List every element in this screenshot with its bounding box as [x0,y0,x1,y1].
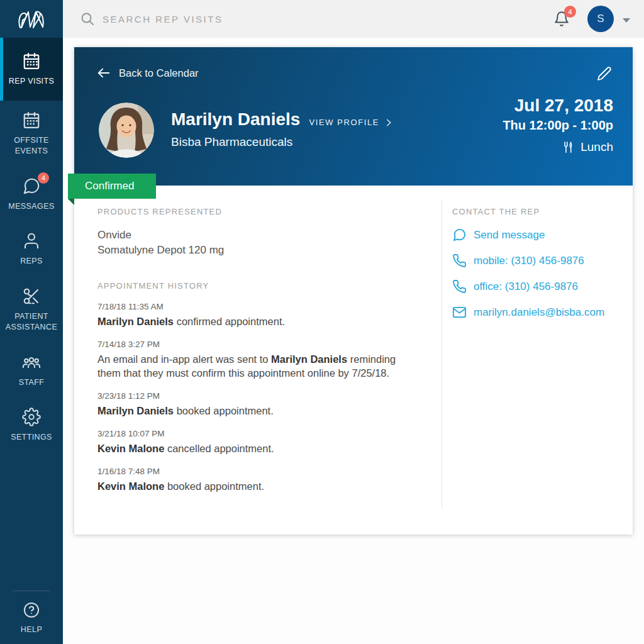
mobile-phone-link[interactable]: mobile: (310) 456-9876 [452,253,620,268]
sidebar-item-label: REPS [20,256,43,267]
edit-visit-button[interactable] [597,66,612,81]
sidebar-item-offsite-events[interactable]: OFFSITE EVENTS [0,101,63,167]
back-label: Back to Calendar [119,67,199,79]
messages-badge: 4 [38,172,49,184]
product-item: Somatulyne Depot 120 mg [97,243,415,258]
sidebar-item-label: SETTINGS [11,432,52,443]
sidebar-item-reps[interactable]: REPS [0,221,63,277]
notifications-button[interactable]: 4 [553,11,570,27]
sidebar-item-label: STAFF [19,377,45,389]
rep-visit-card: Back to Calendar [74,47,633,535]
sidebar-item-staff[interactable]: STAFF [0,343,63,398]
send-message-link[interactable]: Send message [452,228,620,242]
view-profile-label: VIEW PROFILE [309,118,379,127]
history-timestamp: 1/16/18 7:48 PM [97,467,415,476]
app-logo[interactable] [0,0,63,38]
sidebar-item-label: REP VISITS [9,76,55,87]
history-text: Kevin Malone booked appointment. [97,479,415,493]
calendar-icon [22,111,41,130]
chevron-right-icon [384,118,393,127]
send-message-label: Send message [474,229,545,242]
arrow-left-icon [96,66,112,80]
visit-time: Thu 12:00p - 1:00p [502,118,613,133]
history-timestamp: 3/21/18 10:07 PM [97,429,415,438]
history-text: Marilyn Daniels confirmed appointment. [97,314,415,328]
history-entry: 1/16/18 7:48 PMKevin Malone booked appoi… [97,467,415,493]
visit-date: Jul 27, 2018 [502,96,613,116]
people-icon [22,353,41,372]
logo-icon [15,6,48,31]
sidebar-item-messages[interactable]: 4 MESSAGES [0,167,63,222]
rep-photo [99,103,154,158]
help-icon [23,601,40,619]
sidebar-item-patient-assistance[interactable]: PATIENT ASSISTANCE [0,277,63,343]
top-bar: 4 S [63,0,644,38]
sidebar-item-help[interactable]: HELP [0,591,63,644]
pencil-icon [597,66,612,81]
rep-company: Bisba Pharmaceuticals [171,135,393,149]
sidebar-item-label: PATIENT ASSISTANCE [4,311,58,333]
sidebar: REP VISITS OFFSITE EVENTS 4 MESSAGES REP… [0,38,63,644]
phone-icon [452,253,467,268]
history-entry: 3/21/18 10:07 PMKevin Malone cancelled a… [97,429,415,455]
sidebar-item-label: HELP [21,625,42,636]
sidebar-item-label: MESSAGES [8,201,54,213]
contact-section-title: CONTACT THE REP [452,207,620,216]
chat-icon: 4 [22,177,41,196]
products-section-title: PRODUCTS REPRESENTED [97,207,415,216]
view-profile-link[interactable]: VIEW PROFILE [309,118,393,127]
email-link[interactable]: marilyn.daniels@bisba.com [452,305,620,319]
user-avatar[interactable]: S [587,6,614,32]
visit-header: Back to Calendar [74,47,633,186]
person-icon [22,231,41,250]
gear-icon [22,408,41,426]
back-to-calendar-button[interactable]: Back to Calendar [96,66,199,80]
notification-badge: 4 [564,6,576,18]
phone-icon [452,279,467,294]
fork-knife-icon [562,140,575,154]
history-entry: 7/14/18 3:27 PMAn email and in-app alert… [97,340,415,380]
history-timestamp: 7/14/18 3:27 PM [97,340,415,349]
mobile-phone-label: mobile: (310) 456-9876 [474,255,584,267]
chat-icon [452,228,467,242]
sidebar-item-label: OFFSITE EVENTS [4,135,58,157]
history-text: An email and in-app alert was sent to Ma… [97,352,415,380]
sidebar-item-settings[interactable]: SETTINGS [0,397,63,453]
history-entry: 7/18/18 11:35 AMMarilyn Daniels confirme… [97,302,415,328]
status-ribbon-fold [68,199,74,205]
office-phone-label: office: (310) 456-9876 [474,280,578,293]
calendar-icon [22,52,41,70]
app-window: 4 S REP VISITS OFFSITE EVENTS 4 MESSAGES [0,0,644,644]
history-text: Marilyn Daniels booked appointment. [97,404,415,418]
search-input[interactable] [103,14,553,25]
history-entry: 3/23/18 1:12 PMMarilyn Daniels booked ap… [97,391,415,418]
history-timestamp: 3/23/18 1:12 PM [97,391,415,401]
history-list: 7/18/18 11:35 AMMarilyn Daniels confirme… [97,302,415,493]
history-text: Kevin Malone cancelled appointment. [97,441,415,455]
history-timestamp: 7/18/18 11:35 AM [97,302,415,311]
rep-name: Marilyn Daniels [171,109,300,130]
office-phone-link[interactable]: office: (310) 456-9876 [452,279,620,294]
history-section-title: APPOINTMENT HISTORY [97,281,415,291]
product-item: Onvide [97,228,415,243]
email-label: marilyn.daniels@bisba.com [474,306,604,319]
search-icon [80,11,95,26]
sidebar-item-rep-visits[interactable]: REP VISITS [0,38,63,101]
mail-icon [452,305,467,319]
meal-type: Lunch [580,140,613,154]
scissors-coupon-icon [22,287,41,306]
chevron-down-icon[interactable] [623,18,630,23]
status-badge: Confirmed [68,174,156,199]
visit-details: PRODUCTS REPRESENTED Onvide Somatulyne D… [74,186,633,535]
